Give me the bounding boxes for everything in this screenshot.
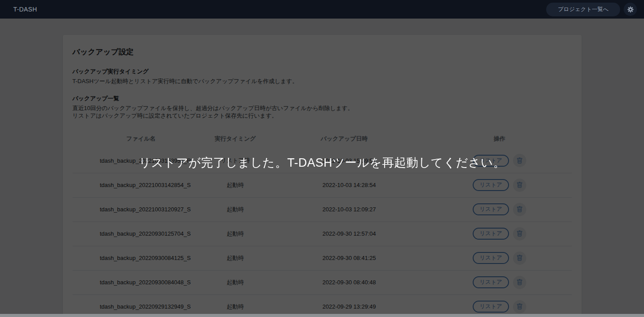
project-list-button[interactable]: プロジェクト一覧へ xyxy=(546,3,620,16)
restore-complete-message: リストアが完了しました。T-DASHツールを再起動してください。 xyxy=(0,155,644,171)
brand-logo[interactable]: T-DASH xyxy=(13,6,37,13)
navbar: T-DASH プロジェクト一覧へ xyxy=(0,0,644,19)
horizontal-scrollbar[interactable] xyxy=(0,314,644,317)
gear-icon xyxy=(627,6,634,13)
settings-button[interactable] xyxy=(624,3,637,16)
navbar-actions: プロジェクト一覧へ xyxy=(546,3,637,16)
